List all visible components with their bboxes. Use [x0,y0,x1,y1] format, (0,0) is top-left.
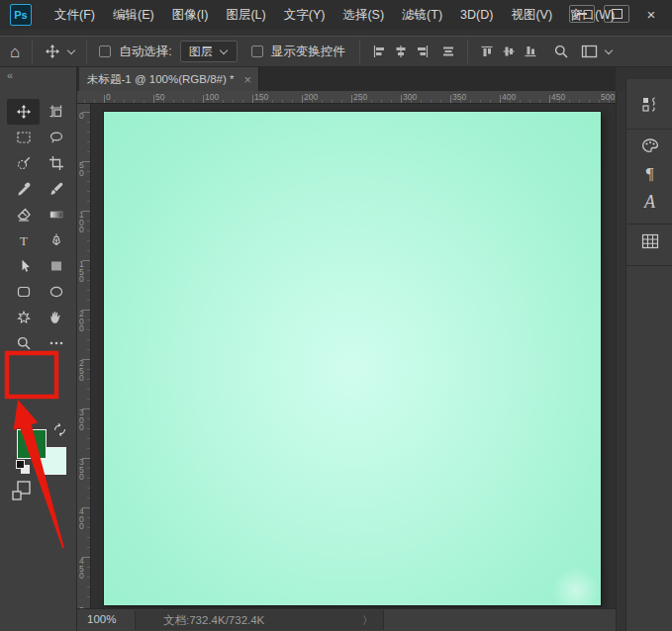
auto-select-checkbox[interactable] [99,45,111,57]
auto-select-label: 自动选择: [119,44,171,60]
dropdown-value: 图层 [189,44,213,60]
status-bar: 100% 文档:732.4K/732.4K 〉 [77,608,616,631]
align-vertical-centers-icon[interactable] [502,45,516,58]
distribute-icon[interactable] [441,45,455,58]
default-colors-icon[interactable] [16,460,31,475]
menu-type[interactable]: 文字(Y) [275,0,335,30]
chevron-down-icon[interactable] [67,45,75,53]
tool-grid: T [7,99,72,356]
menu-layer[interactable]: 图层(L) [217,0,274,30]
foreground-color-swatch[interactable] [17,429,47,459]
path-selection-tool[interactable] [7,253,40,279]
menu-bar: 文件(F) 编辑(E) 图像(I) 图层(L) 文字(Y) 选择(S) 滤镜(T… [46,0,624,30]
move-tool[interactable] [7,99,40,125]
document-size-text: 文档:732.4K/732.4K [163,613,264,628]
menu-filter[interactable]: 滤镜(T) [393,0,451,30]
menu-select[interactable]: 选择(S) [334,0,393,30]
align-right-edges-icon[interactable] [416,45,430,58]
move-tool-icon[interactable] [45,44,60,59]
hand-tool[interactable] [40,305,72,330]
title-bar: Ps 文件(F) 编辑(E) 图像(I) 图层(L) 文字(Y) 选择(S) 滤… [0,0,672,30]
separator [86,40,87,63]
pen-tool[interactable] [40,227,72,253]
align-top-edges-icon[interactable] [480,45,494,58]
grid-panel-icon[interactable] [626,231,672,251]
panel-gap [616,91,625,631]
document-info-field[interactable]: 文档:732.4K/732.4K 〉 [135,610,384,630]
quick-mask-mode-icon[interactable] [11,480,33,506]
search-icon[interactable] [553,44,569,59]
photoshop-window: Ps 文件(F) 编辑(E) 图像(I) 图层(L) 文字(Y) 选择(S) 滤… [0,0,672,631]
paragraph-panel-icon[interactable]: ¶ [626,164,672,184]
collapse-panel-icon[interactable]: « [7,69,13,81]
chevron-down-icon [220,45,228,53]
close-button[interactable]: × [638,5,664,23]
tool-palette: « [0,67,77,631]
vertical-ruler[interactable]: 0 5 0 1 0 0 1 5 0 2 0 0 2 5 0 3 0 0 3 5 … [77,104,91,608]
color-swatch-widget [0,349,77,488]
document-tab-bar: 未标题-1 @ 100%(RGB/8#) * × [77,67,616,91]
align-left-edges-icon[interactable] [372,45,386,58]
align-bottom-edges-icon[interactable] [524,45,537,58]
horizontal-ruler[interactable]: 0 50 100 150 200 250 300 350 400 450 500 [77,91,616,104]
minimize-button[interactable] [569,5,595,23]
chevron-down-icon[interactable] [605,45,613,53]
document-canvas[interactable] [104,112,601,605]
window-controls: × [569,5,664,23]
auto-select-target-dropdown[interactable]: 图层 [180,41,238,62]
ellipse-tool[interactable] [40,279,72,305]
document-tab[interactable]: 未标题-1 @ 100%(RGB/8#) * × [79,67,259,91]
lasso-tool[interactable] [40,125,72,150]
menu-file[interactable]: 文件(F) [46,0,104,30]
gradient-tool[interactable] [40,202,72,227]
options-bar: ⌂ 自动选择: 图层 显示变换控件 [0,36,672,67]
character-styles-panel-icon[interactable]: A [626,192,672,213]
eyedropper-tool[interactable] [7,176,40,202]
status-chevron-icon[interactable]: 〉 [362,613,373,628]
separator [359,40,360,63]
document-title: 未标题-1 @ 100%(RGB/8#) * [87,72,234,87]
maximize-button[interactable] [604,5,629,23]
menu-3d[interactable]: 3D(D) [451,0,502,30]
type-tool[interactable]: T [7,227,40,253]
tab-close-icon[interactable]: × [243,72,251,87]
show-transform-label: 显示变换控件 [271,44,345,60]
menu-image[interactable]: 图像(I) [163,0,218,30]
photoshop-logo-icon: Ps [10,4,32,26]
swap-colors-icon[interactable] [52,422,67,440]
crop-tool[interactable] [40,150,72,176]
menu-edit[interactable]: 编辑(E) [104,0,163,30]
menu-view[interactable]: 视图(V) [502,0,561,30]
right-panel-rail: ¶ A [625,79,672,631]
separator [32,40,33,63]
artboard-tool[interactable] [40,99,72,125]
quick-selection-tool[interactable] [7,150,40,176]
separator [467,40,468,63]
eraser-tool[interactable] [7,202,40,227]
align-horizontal-centers-icon[interactable] [394,45,408,58]
show-transform-checkbox[interactable] [251,45,263,57]
rectangle-tool[interactable] [40,253,72,279]
workspace-switcher-icon[interactable] [581,45,598,58]
brush-tool[interactable] [40,176,72,202]
pasteboard [91,104,616,608]
libraries-panel-icon[interactable] [626,95,672,115]
rectangular-marquee-tool[interactable] [7,125,40,150]
rounded-rectangle-tool[interactable] [7,279,40,305]
swatches-panel-icon[interactable] [626,136,672,156]
zoom-level[interactable]: 100% [87,613,116,625]
custom-shape-tool[interactable] [7,305,40,330]
home-icon[interactable]: ⌂ [10,44,20,60]
svg-text:T: T [20,233,28,248]
